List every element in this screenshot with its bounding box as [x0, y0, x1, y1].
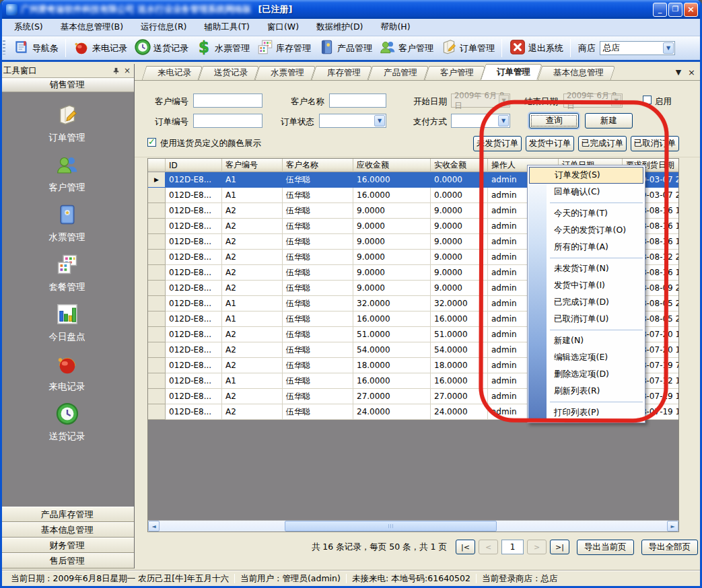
order-no-input[interactable] — [193, 114, 262, 128]
toolbar-button[interactable]: 退出系统 — [505, 37, 567, 60]
toolbar-button[interactable]: $水票管理 — [192, 37, 253, 60]
sidebar-item-来电记录[interactable]: 来电记录 — [0, 352, 134, 393]
row-selector-cell[interactable] — [148, 281, 166, 296]
row-selector-cell[interactable]: ▶ — [148, 172, 166, 188]
column-header-ID[interactable]: ID — [166, 159, 222, 172]
tab-产品管理[interactable]: 产品管理 — [370, 66, 427, 80]
export-all-pages-button[interactable]: 导出全部页 — [641, 540, 699, 555]
chevron-down-icon[interactable]: ▼ — [663, 42, 674, 54]
first-page-button[interactable]: |< — [456, 540, 475, 554]
column-header-客户编号[interactable]: 客户编号 — [222, 159, 283, 172]
context-menu-item-编辑选定项(E)[interactable]: 编辑选定项(E) — [528, 349, 644, 366]
tab-库存管理[interactable]: 库存管理 — [314, 66, 370, 80]
scrollbar-thumb[interactable] — [285, 521, 497, 531]
sidebar-category-产品库存管理[interactable]: 产品库存管理 — [0, 507, 134, 522]
toolbar-button[interactable]: 订单管理 — [437, 37, 498, 60]
sidebar-category-售后管理[interactable]: 售后管理 — [0, 553, 134, 568]
sidebar-category-基本信息管理[interactable]: 基本信息管理 — [0, 522, 134, 538]
close-button[interactable]: × — [684, 3, 698, 17]
scroll-left-icon[interactable]: ◄ — [148, 521, 160, 531]
toolbar-grip-icon[interactable] — [3, 40, 5, 54]
context-menu-item-订单发货(S)[interactable]: 订单发货(S) — [529, 167, 643, 184]
horizontal-scrollbar[interactable]: ◄ ► — [148, 520, 678, 531]
driver-color-checkbox[interactable] — [147, 138, 156, 147]
row-selector-cell[interactable] — [148, 234, 166, 250]
column-header-实收金额[interactable]: 实收金额 — [431, 159, 488, 172]
menu-item[interactable]: 辅助工具(T) — [196, 19, 258, 36]
tab-水票管理[interactable]: 水票管理 — [257, 66, 314, 80]
row-selector-cell[interactable] — [148, 404, 166, 420]
row-selector-cell[interactable] — [148, 342, 166, 358]
row-selector-cell[interactable] — [148, 203, 166, 219]
row-selector-cell[interactable] — [148, 188, 166, 203]
context-menu-item-已完成订单(D)[interactable]: 已完成订单(D) — [528, 294, 644, 311]
tab-close-icon[interactable]: × — [688, 67, 695, 77]
pay-method-combo[interactable]: ▼ — [451, 114, 510, 128]
row-selector-cell[interactable] — [148, 219, 166, 234]
toolbar-button[interactable]: 库存管理 — [253, 37, 314, 60]
tab-来电记录[interactable]: 来电记录 — [144, 66, 201, 80]
menu-item[interactable]: 数据维护(D) — [308, 19, 372, 36]
sidebar-item-今日盘点[interactable]: 今日盘点 — [0, 302, 134, 343]
context-menu-item-所有的订单(A)[interactable]: 所有的订单(A) — [528, 239, 644, 256]
context-menu-item-新建(N)[interactable]: 新建(N) — [528, 332, 644, 349]
menu-item[interactable]: 窗口(W) — [258, 19, 308, 36]
last-page-button[interactable]: >| — [550, 540, 569, 554]
context-menu-item-删除选定项(D)[interactable]: 删除选定项(D) — [528, 366, 644, 383]
export-current-page-button[interactable]: 导出当前页 — [577, 540, 634, 555]
prev-page-button[interactable]: < — [479, 540, 498, 554]
chevron-down-icon[interactable]: ▼ — [498, 115, 509, 126]
customer-no-input[interactable] — [193, 94, 262, 108]
row-selector-cell[interactable] — [148, 311, 166, 327]
column-header-应收金额[interactable]: 应收金额 — [353, 159, 431, 172]
page-number-input[interactable]: 1 — [501, 540, 524, 554]
context-menu-item-打印列表(P)[interactable]: 打印列表(P) — [528, 404, 644, 421]
pin-icon[interactable] — [112, 67, 120, 75]
status-filter-button-已取消订单[interactable]: 已取消订单 — [631, 136, 679, 151]
sidebar-item-套餐管理[interactable]: 套餐管理 — [0, 252, 134, 293]
enable-checkbox[interactable] — [643, 96, 652, 104]
minimize-button[interactable]: _ — [653, 3, 667, 17]
row-selector-cell[interactable] — [148, 250, 166, 265]
sidebar-item-送货记录[interactable]: 送货记录 — [0, 402, 134, 443]
customer-name-input[interactable] — [329, 94, 386, 108]
menu-item[interactable]: 系统(S) — [5, 19, 52, 36]
end-date-picker[interactable]: 2009年 6月 8日▼ — [563, 94, 623, 108]
menu-item[interactable]: 帮助(H) — [372, 19, 419, 36]
start-date-picker[interactable]: 2009年 6月 8日▼ — [451, 94, 510, 108]
query-button[interactable]: 查询 — [529, 113, 579, 128]
column-header-客户名称[interactable]: 客户名称 — [283, 159, 353, 172]
tab-送货记录[interactable]: 送货记录 — [201, 66, 257, 80]
close-panel-icon[interactable]: × — [124, 66, 131, 75]
menu-item[interactable]: 运行信息(R) — [132, 19, 195, 36]
context-menu-item-未发货订单(N)[interactable]: 未发货订单(N) — [528, 260, 644, 277]
next-page-button[interactable]: > — [527, 540, 547, 554]
toolbar-button[interactable]: 来电记录 — [69, 37, 131, 60]
tab-客户管理[interactable]: 客户管理 — [427, 66, 483, 80]
sidebar-section-sales[interactable]: 销售管理 — [0, 78, 134, 92]
tab-基本信息管理[interactable]: 基本信息管理 — [540, 66, 613, 80]
scroll-right-icon[interactable]: ► — [667, 521, 678, 531]
toolbar-button[interactable]: 导航条 — [9, 37, 62, 60]
context-menu-item-回单确认(C)[interactable]: 回单确认(C) — [528, 184, 644, 200]
context-menu-item-刷新列表(R)[interactable]: 刷新列表(R) — [528, 383, 644, 400]
maximize-button[interactable]: ❐ — [668, 3, 682, 17]
status-filter-button-已完成订单[interactable]: 已完成订单 — [578, 136, 627, 151]
toolbar-button[interactable]: 客户管理 — [376, 37, 437, 60]
sidebar-category-财务管理[interactable]: 财务管理 — [0, 538, 134, 553]
toolbar-button[interactable]: 产品管理 — [314, 37, 376, 60]
row-selector-cell[interactable] — [148, 327, 166, 342]
row-selector-cell[interactable] — [148, 389, 166, 404]
menu-item[interactable]: 基本信息管理(B) — [52, 19, 132, 36]
status-filter-button-发货中订单[interactable]: 发货中订单 — [526, 136, 574, 151]
shop-combo[interactable]: 总店 ▼ — [600, 41, 675, 55]
new-button[interactable]: 新建 — [585, 113, 633, 128]
sidebar-item-客户管理[interactable]: 客户管理 — [0, 153, 134, 194]
row-selector-cell[interactable] — [148, 358, 166, 373]
context-menu-item-今天的订单(T)[interactable]: 今天的订单(T) — [528, 205, 644, 222]
context-menu-item-发货中订单(I)[interactable]: 发货中订单(I) — [528, 277, 644, 294]
context-menu-item-已取消订单(U)[interactable]: 已取消订单(U) — [528, 311, 644, 328]
context-menu-item-今天的发货订单(O)[interactable]: 今天的发货订单(O) — [528, 222, 644, 239]
order-status-combo[interactable]: ▼ — [319, 114, 386, 128]
toolbar-button[interactable]: 送货记录 — [131, 37, 192, 60]
